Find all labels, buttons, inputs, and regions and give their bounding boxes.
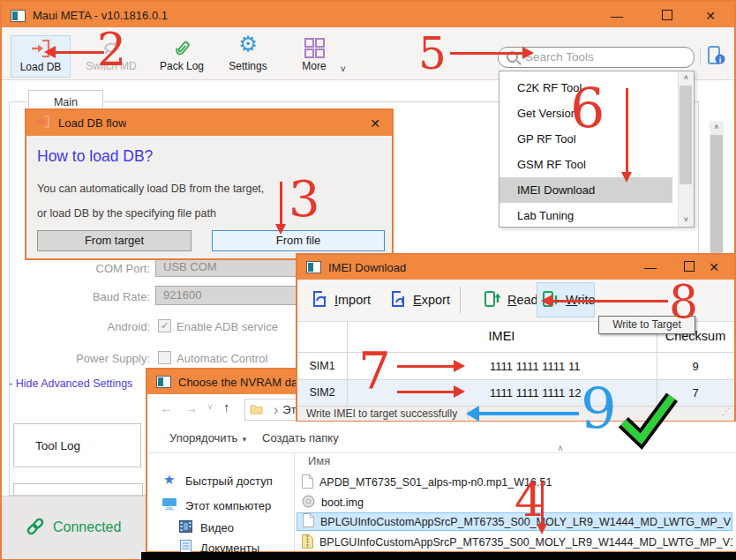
load-db-line2: or load DB by the specifying file path — [37, 207, 216, 220]
load-db-line1: You can automatically load DB from the t… — [37, 183, 264, 195]
file-row-bplgu-zip[interactable]: BPLGUInfoCustomAppSrcP_MT6735_S00_MOLY_L… — [297, 533, 732, 552]
power-checkbox-label: Automatic Control — [176, 352, 267, 365]
menu-item-gsm-rf[interactable]: GSM RF Tool — [499, 152, 672, 177]
adb-checkbox[interactable]: ✓ — [158, 319, 171, 332]
imei-maximize-button[interactable] — [684, 259, 695, 275]
annotation-2: 2 — [97, 26, 126, 72]
sort-asc-icon: ˄ — [558, 444, 563, 453]
annotation-8-arrowhead — [541, 295, 552, 307]
annotation-9: 9 — [581, 381, 617, 437]
file-icon — [302, 474, 313, 491]
scroll-down-icon[interactable]: ˅ — [679, 213, 694, 227]
annotation-7-arrow-1 — [397, 365, 454, 368]
menu-item-lab-tuning[interactable]: Lab Tuning — [499, 203, 672, 228]
annotation-4: 4 — [514, 477, 544, 523]
load-db-dialog-titlebar: Load DB flow ✕ — [26, 110, 392, 136]
name-column-header[interactable]: Имя — [308, 454, 330, 467]
annotation-2-arrowhead — [44, 46, 56, 58]
imei-window-icon — [306, 261, 321, 273]
organize-caret-icon: ▼ — [241, 436, 248, 444]
app-icon — [11, 10, 26, 22]
sim1-checksum-value: 9 — [657, 360, 734, 373]
export-button[interactable]: Export — [388, 283, 450, 317]
import-icon — [310, 289, 329, 311]
load-db-heading: How to load DB? — [37, 147, 153, 166]
pack-log-button[interactable]: Pack Log — [152, 35, 212, 78]
dropdown-scrollbar[interactable]: ˄ ˅ — [678, 71, 694, 227]
sidebar-item-this-pc[interactable]: Этот компьютер — [185, 499, 271, 512]
sim1-imei-value[interactable]: 1111 1111 1111 11 — [490, 360, 580, 373]
more-button[interactable]: More ˅ — [291, 35, 337, 78]
svg-text:i: i — [719, 56, 722, 64]
annotation-4-arrow — [541, 482, 544, 524]
new-folder-button[interactable]: Создать папку — [262, 431, 339, 444]
annotation-3-arrowhead — [275, 224, 286, 235]
dropdown-scrollbar-thumb[interactable] — [680, 86, 692, 184]
load-db-dialog-close[interactable]: ✕ — [362, 116, 388, 131]
this-pc-icon — [161, 497, 177, 514]
annotation-6: 6 — [570, 81, 605, 136]
annotation-7-arrowhead-2 — [454, 385, 465, 398]
power-supply-label: Power Supply: — [9, 352, 150, 365]
load-db-button[interactable]: Load DB — [11, 35, 71, 78]
android-label: Android: — [9, 320, 150, 333]
file-icon — [303, 513, 314, 530]
toolbar-separator — [700, 48, 701, 65]
imei-minimize-button[interactable]: — — [637, 260, 664, 274]
resize-grip-icon[interactable]: ⋰ — [722, 407, 731, 416]
annotation-6-arrow — [626, 88, 628, 172]
main-scrollbar[interactable]: ˄ — [710, 121, 724, 255]
pack-log-icon — [171, 37, 192, 63]
organize-button[interactable]: Упорядочить ▼ — [169, 431, 248, 444]
from-file-button[interactable]: From file — [212, 230, 385, 251]
annotation-6-arrowhead — [621, 172, 632, 183]
sim2-imei-value[interactable]: 1111 1111 1111 12 — [490, 386, 581, 399]
annotation-3-arrow — [280, 182, 282, 224]
success-checkmark-icon — [613, 386, 680, 453]
load-db-dialog-title: Load DB flow — [58, 116, 126, 130]
read-button[interactable]: Read — [483, 283, 538, 317]
imei-close-button[interactable]: ✕ — [701, 260, 727, 274]
annotation-3: 3 — [289, 175, 320, 224]
sidebar-item-quick-access[interactable]: Быстрый доступ — [185, 474, 273, 488]
com-port-label: COM Port: — [9, 262, 150, 275]
menu-item-imei-download[interactable]: IMEI Download — [499, 177, 672, 203]
nav-up-icon[interactable]: ↑ — [223, 399, 230, 414]
maximize-button[interactable] — [662, 8, 672, 24]
settings-gear-icon: ⚙ — [238, 32, 258, 56]
main-window-title: Maui META - v10.1816.0.1 — [33, 9, 168, 22]
settings-button[interactable]: ⚙ Settings — [221, 35, 275, 78]
power-checkbox[interactable] — [158, 351, 171, 364]
search-placeholder: Search Tools — [525, 50, 594, 63]
nav-forward-icon[interactable]: → — [184, 400, 198, 415]
imei-toolbar-separator — [460, 287, 461, 313]
connected-status: Connected — [53, 519, 121, 535]
annotation-5-arrow — [450, 52, 522, 55]
quick-access-star-icon: ★ — [163, 472, 175, 488]
annotation-9-arrow — [478, 412, 579, 415]
crumb-separator: › — [274, 402, 278, 418]
adb-checkbox-label: Enable ADB service — [176, 320, 278, 333]
secondary-log-box[interactable] — [13, 483, 143, 497]
main-scrollbar-thumb[interactable] — [710, 135, 723, 255]
annotation-8: 8 — [669, 279, 698, 325]
scroll-up-icon[interactable]: ˄ — [679, 71, 694, 85]
nav-history-icon[interactable]: ˅ — [207, 402, 213, 412]
close-button[interactable]: ✕ — [697, 9, 724, 23]
import-button[interactable]: Import — [310, 283, 371, 317]
nav-back-icon[interactable]: ← — [160, 400, 173, 415]
read-icon — [483, 289, 502, 311]
from-target-button[interactable]: From target — [37, 230, 192, 251]
tool-log-box[interactable]: Tool Log — [13, 423, 141, 467]
annotation-7-arrowhead-1 — [454, 360, 465, 372]
annotation-5: 5 — [418, 32, 447, 76]
sim1-row-label: SIM1 — [297, 360, 347, 372]
hide-advanced-settings-link[interactable]: - Hide Advanced Settings — [9, 377, 132, 390]
minimize-button[interactable]: — — [604, 9, 630, 23]
sidebar-item-video[interactable]: Видео — [200, 521, 234, 534]
phone-info-icon[interactable]: i — [706, 44, 725, 71]
annotation-8-arrow — [552, 300, 668, 302]
more-grid-icon — [304, 37, 324, 55]
annotation-4-arrowhead — [537, 524, 547, 534]
imei-window-title: IMEI Download — [328, 261, 406, 274]
